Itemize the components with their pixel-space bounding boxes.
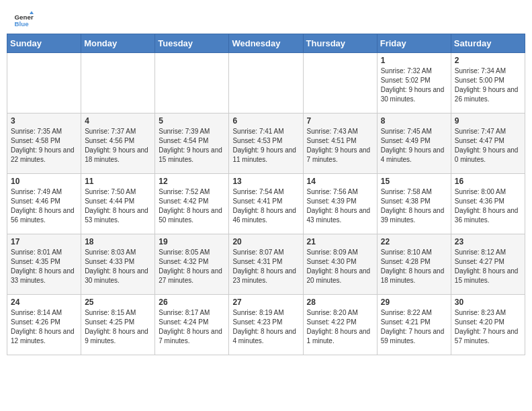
day-info: Sunrise: 8:23 AM Sunset: 4:20 PM Dayligh… xyxy=(455,308,521,346)
day-number: 18 xyxy=(85,237,151,246)
day-number: 20 xyxy=(232,237,299,246)
calendar-cell xyxy=(7,53,81,113)
svg-marker-2 xyxy=(30,11,34,15)
day-info: Sunrise: 7:32 AM Sunset: 5:02 PM Dayligh… xyxy=(381,66,447,104)
day-number: 16 xyxy=(455,177,521,186)
weekday-header-sunday: Sunday xyxy=(7,34,81,53)
day-info: Sunrise: 8:17 AM Sunset: 4:24 PM Dayligh… xyxy=(159,308,225,346)
day-number: 30 xyxy=(455,298,521,307)
calendar-cell: 9Sunrise: 7:47 AM Sunset: 4:47 PM Daylig… xyxy=(451,113,525,174)
day-info: Sunrise: 7:41 AM Sunset: 4:53 PM Dayligh… xyxy=(232,127,299,165)
day-info: Sunrise: 8:14 AM Sunset: 4:26 PM Dayligh… xyxy=(11,308,77,346)
day-info: Sunrise: 7:54 AM Sunset: 4:41 PM Dayligh… xyxy=(232,187,299,225)
calendar-container: SundayMondayTuesdayWednesdayThursdayFrid… xyxy=(0,34,532,362)
svg-text:General: General xyxy=(15,13,34,21)
day-number: 15 xyxy=(381,177,447,186)
calendar-cell: 8Sunrise: 7:45 AM Sunset: 4:49 PM Daylig… xyxy=(377,113,451,174)
day-number: 7 xyxy=(307,116,373,126)
day-number: 11 xyxy=(85,177,151,186)
day-number: 25 xyxy=(85,298,151,307)
day-info: Sunrise: 8:15 AM Sunset: 4:25 PM Dayligh… xyxy=(85,308,151,346)
day-number: 10 xyxy=(11,177,77,186)
day-number: 28 xyxy=(307,298,373,307)
calendar-cell: 14Sunrise: 7:56 AM Sunset: 4:39 PM Dayli… xyxy=(303,174,377,234)
day-info: Sunrise: 8:12 AM Sunset: 4:27 PM Dayligh… xyxy=(455,248,521,285)
calendar-cell: 2Sunrise: 7:34 AM Sunset: 5:00 PM Daylig… xyxy=(451,53,525,113)
day-number: 17 xyxy=(11,237,77,246)
day-number: 22 xyxy=(381,237,447,246)
calendar-cell: 23Sunrise: 8:12 AM Sunset: 4:27 PM Dayli… xyxy=(451,234,525,295)
weekday-header-wednesday: Wednesday xyxy=(229,34,303,53)
logo: General Blue xyxy=(13,10,34,30)
calendar-cell: 30Sunrise: 8:23 AM Sunset: 4:20 PM Dayli… xyxy=(451,295,525,355)
calendar-cell: 13Sunrise: 7:54 AM Sunset: 4:41 PM Dayli… xyxy=(229,174,303,234)
day-number: 24 xyxy=(11,298,77,307)
day-number: 27 xyxy=(232,298,299,307)
calendar-cell: 28Sunrise: 8:20 AM Sunset: 4:22 PM Dayli… xyxy=(303,295,377,355)
day-info: Sunrise: 7:37 AM Sunset: 4:56 PM Dayligh… xyxy=(85,127,151,165)
day-number: 19 xyxy=(159,237,225,246)
calendar-cell: 27Sunrise: 8:19 AM Sunset: 4:23 PM Dayli… xyxy=(229,295,303,355)
day-info: Sunrise: 8:07 AM Sunset: 4:31 PM Dayligh… xyxy=(232,248,299,285)
calendar-cell: 25Sunrise: 8:15 AM Sunset: 4:25 PM Dayli… xyxy=(81,295,155,355)
day-number: 21 xyxy=(307,237,373,246)
day-info: Sunrise: 7:47 AM Sunset: 4:47 PM Dayligh… xyxy=(455,127,521,165)
calendar-cell: 15Sunrise: 7:58 AM Sunset: 4:38 PM Dayli… xyxy=(377,174,451,234)
weekday-header-monday: Monday xyxy=(81,34,155,53)
calendar-cell xyxy=(81,53,155,113)
day-info: Sunrise: 8:19 AM Sunset: 4:23 PM Dayligh… xyxy=(232,308,299,346)
calendar-cell: 17Sunrise: 8:01 AM Sunset: 4:35 PM Dayli… xyxy=(7,234,81,295)
calendar-table: SundayMondayTuesdayWednesdayThursdayFrid… xyxy=(7,34,525,355)
calendar-cell: 3Sunrise: 7:35 AM Sunset: 4:58 PM Daylig… xyxy=(7,113,81,174)
day-number: 2 xyxy=(455,56,521,65)
calendar-cell: 11Sunrise: 7:50 AM Sunset: 4:44 PM Dayli… xyxy=(81,174,155,234)
calendar-cell: 7Sunrise: 7:43 AM Sunset: 4:51 PM Daylig… xyxy=(303,113,377,174)
day-info: Sunrise: 8:09 AM Sunset: 4:30 PM Dayligh… xyxy=(307,248,373,285)
day-number: 5 xyxy=(159,116,225,126)
calendar-cell: 21Sunrise: 8:09 AM Sunset: 4:30 PM Dayli… xyxy=(303,234,377,295)
weekday-header-saturday: Saturday xyxy=(451,34,525,53)
calendar-cell: 18Sunrise: 8:03 AM Sunset: 4:33 PM Dayli… xyxy=(81,234,155,295)
calendar-cell: 6Sunrise: 7:41 AM Sunset: 4:53 PM Daylig… xyxy=(229,113,303,174)
weekday-header-thursday: Thursday xyxy=(303,34,377,53)
day-info: Sunrise: 7:39 AM Sunset: 4:54 PM Dayligh… xyxy=(159,127,225,165)
day-info: Sunrise: 8:03 AM Sunset: 4:33 PM Dayligh… xyxy=(85,248,151,285)
weekday-header-tuesday: Tuesday xyxy=(155,34,229,53)
day-info: Sunrise: 8:20 AM Sunset: 4:22 PM Dayligh… xyxy=(307,308,373,346)
day-info: Sunrise: 8:22 AM Sunset: 4:21 PM Dayligh… xyxy=(381,308,447,346)
page-header: General Blue xyxy=(0,0,532,34)
day-info: Sunrise: 7:56 AM Sunset: 4:39 PM Dayligh… xyxy=(307,187,373,225)
weekday-header-friday: Friday xyxy=(377,34,451,53)
day-info: Sunrise: 8:01 AM Sunset: 4:35 PM Dayligh… xyxy=(11,248,77,285)
day-number: 13 xyxy=(232,177,299,186)
calendar-cell: 4Sunrise: 7:37 AM Sunset: 4:56 PM Daylig… xyxy=(81,113,155,174)
calendar-cell: 10Sunrise: 7:49 AM Sunset: 4:46 PM Dayli… xyxy=(7,174,81,234)
day-number: 6 xyxy=(232,116,299,126)
day-info: Sunrise: 7:35 AM Sunset: 4:58 PM Dayligh… xyxy=(11,127,77,165)
day-info: Sunrise: 7:45 AM Sunset: 4:49 PM Dayligh… xyxy=(381,127,447,165)
day-info: Sunrise: 7:34 AM Sunset: 5:00 PM Dayligh… xyxy=(455,66,521,104)
day-info: Sunrise: 7:43 AM Sunset: 4:51 PM Dayligh… xyxy=(307,127,373,165)
day-number: 3 xyxy=(11,116,77,126)
day-info: Sunrise: 7:50 AM Sunset: 4:44 PM Dayligh… xyxy=(85,187,151,225)
day-number: 4 xyxy=(85,116,151,126)
svg-text:Blue: Blue xyxy=(15,20,30,28)
calendar-cell: 16Sunrise: 8:00 AM Sunset: 4:36 PM Dayli… xyxy=(451,174,525,234)
calendar-cell xyxy=(229,53,303,113)
day-number: 29 xyxy=(381,298,447,307)
calendar-cell: 24Sunrise: 8:14 AM Sunset: 4:26 PM Dayli… xyxy=(7,295,81,355)
day-number: 1 xyxy=(381,56,447,65)
calendar-cell: 1Sunrise: 7:32 AM Sunset: 5:02 PM Daylig… xyxy=(377,53,451,113)
day-info: Sunrise: 7:52 AM Sunset: 4:42 PM Dayligh… xyxy=(159,187,225,225)
calendar-cell: 22Sunrise: 8:10 AM Sunset: 4:28 PM Dayli… xyxy=(377,234,451,295)
day-number: 8 xyxy=(381,116,447,126)
calendar-cell: 20Sunrise: 8:07 AM Sunset: 4:31 PM Dayli… xyxy=(229,234,303,295)
logo-icon: General Blue xyxy=(13,10,34,30)
calendar-cell: 29Sunrise: 8:22 AM Sunset: 4:21 PM Dayli… xyxy=(377,295,451,355)
day-number: 14 xyxy=(307,177,373,186)
day-number: 9 xyxy=(455,116,521,126)
day-number: 23 xyxy=(455,237,521,246)
calendar-cell xyxy=(303,53,377,113)
day-number: 12 xyxy=(159,177,225,186)
calendar-cell: 19Sunrise: 8:05 AM Sunset: 4:32 PM Dayli… xyxy=(155,234,229,295)
